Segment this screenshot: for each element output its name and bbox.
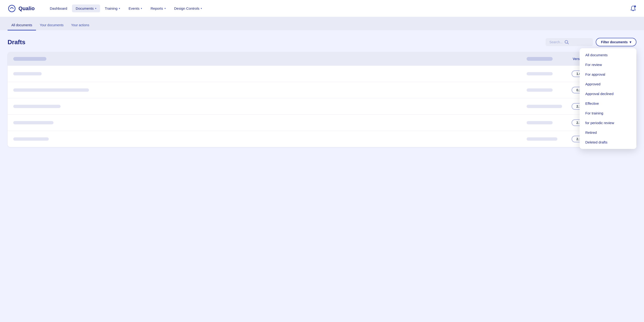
row-meta-placeholder [526,105,562,108]
row-meta-col [526,88,564,92]
table-row[interactable]: 0.2 [8,82,636,98]
filter-dropdown-menu: All documents For review For approval Ap… [580,48,636,149]
row-meta-col [526,137,564,141]
documents-table: Version 1.0 0.2 [8,52,636,147]
nav-item-events[interactable]: Events ▾ [125,4,146,12]
header-actions: Search... Filter documents ▾ All documen… [546,38,636,46]
logo-text: Qualio [18,5,34,11]
row-meta-placeholder [526,121,553,124]
svg-point-2 [565,40,568,43]
row-meta-placeholder [526,137,558,141]
nav-item-reports[interactable]: Reports ▾ [147,4,170,12]
chevron-down-icon: ▾ [630,40,631,44]
search-container[interactable]: Search... [546,38,593,46]
nav-item-documents[interactable]: Documents ▾ [72,4,100,12]
row-name-placeholder [13,72,42,75]
dropdown-item-approval-declined[interactable]: Approval declined [580,89,636,99]
dropdown-item-for-review[interactable]: For review [580,60,636,69]
row-name-placeholder [13,121,54,124]
table-row[interactable]: 2.1 Meagan D. [8,115,636,131]
nav-label-events: Events [128,6,140,10]
subnav-your-actions[interactable]: Your actions [68,20,93,30]
nav-right [630,5,636,12]
nav-label-reports: Reports [150,6,163,10]
table-col-meta-header [526,57,564,61]
row-name-placeholder [13,105,60,108]
nav-label-design-controls: Design Controls [174,6,200,10]
svg-line-3 [568,43,568,44]
filter-documents-button[interactable]: Filter documents ▾ [596,38,636,46]
row-name-placeholder [13,88,89,92]
svg-point-1 [634,5,636,7]
chevron-down-icon: ▾ [119,7,120,10]
search-placeholder-text: Search... [549,40,562,44]
table-col-name-header [13,57,526,61]
dropdown-item-approved[interactable]: Approved [580,79,636,89]
row-name-col [13,88,526,92]
dropdown-item-retired[interactable]: Retired [580,128,636,137]
chevron-down-icon: ▾ [95,7,96,10]
row-meta-col [526,105,564,108]
dropdown-item-for-approval[interactable]: For approval [580,69,636,79]
logo[interactable]: Qualio [8,4,34,13]
row-meta-placeholder [526,72,553,75]
subnav-your-documents[interactable]: Your documents [36,20,68,30]
page-title: Drafts [8,38,25,46]
row-name-col [13,137,526,141]
dropdown-item-deleted-drafts[interactable]: Deleted drafts [580,137,636,147]
table-row[interactable]: 2.1 [8,98,636,115]
drafts-header: Drafts Search... Filter documents ▾ All … [8,38,636,46]
chevron-down-icon: ▾ [201,7,202,10]
nav-label-documents: Documents [76,6,94,10]
nav-item-design-controls[interactable]: Design Controls ▾ [170,4,206,12]
row-name-col [13,72,526,75]
main-content: Drafts Search... Filter documents ▾ All … [0,30,644,322]
nav-label-training: Training [105,6,118,10]
dropdown-item-all-documents[interactable]: All documents [580,50,636,60]
notification-bell-icon[interactable] [630,5,636,12]
header-placeholder-name [13,57,46,61]
row-meta-col [526,121,564,124]
svg-point-0 [8,5,15,12]
row-name-col [13,121,526,124]
row-meta-placeholder [526,88,553,92]
search-icon [564,40,569,44]
row-meta-col [526,72,564,75]
nav-items: Dashboard Documents ▾ Training ▾ Events … [46,4,630,12]
dropdown-item-for-periodic-review[interactable]: for periodic review [580,118,636,128]
row-name-col [13,105,526,108]
table-row[interactable]: 1.0 [8,66,636,82]
table-header-row: Version [8,52,636,66]
nav-item-training[interactable]: Training ▾ [101,4,124,12]
header-placeholder-meta [526,57,553,61]
sub-navigation: All documents Your documents Your action… [0,17,644,30]
nav-item-dashboard[interactable]: Dashboard [46,4,71,12]
top-navigation: Qualio Dashboard Documents ▾ Training ▾ … [0,0,644,17]
row-name-placeholder [13,137,49,141]
subnav-all-documents[interactable]: All documents [8,20,36,30]
chevron-down-icon: ▾ [164,7,166,10]
table-row[interactable]: 2.1 Peter P. [8,131,636,147]
nav-label-dashboard: Dashboard [50,6,67,10]
chevron-down-icon: ▾ [141,7,142,10]
dropdown-item-effective[interactable]: Effective [580,99,636,108]
dropdown-item-for-training[interactable]: For training [580,108,636,118]
qualio-logo-icon [8,4,16,13]
